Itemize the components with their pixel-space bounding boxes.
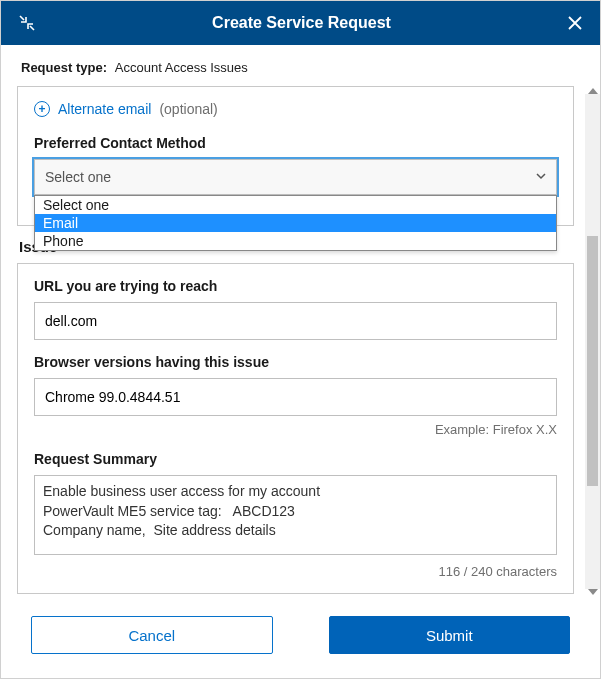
browser-label: Browser versions having this issue — [34, 354, 557, 370]
scrollbar-arrow-down-icon[interactable] — [585, 587, 600, 597]
dropdown-option-select-one[interactable]: Select one — [35, 196, 556, 214]
modal-title: Create Service Request — [39, 14, 564, 32]
scrollbar-thumb[interactable] — [587, 236, 598, 486]
preferred-contact-dropdown: Select one Email Phone — [34, 195, 557, 251]
summary-charcount: 116 / 240 characters — [34, 564, 557, 579]
modal-header: Create Service Request — [1, 1, 600, 45]
submit-button[interactable]: Submit — [329, 616, 571, 654]
contact-card: + Alternate email (optional) Preferred C… — [17, 86, 574, 226]
url-label: URL you are trying to reach — [34, 278, 557, 294]
dropdown-option-email[interactable]: Email — [35, 214, 556, 232]
modal-footer: Cancel Submit — [1, 597, 600, 678]
browser-hint: Example: Firefox X.X — [34, 422, 557, 437]
close-icon[interactable] — [564, 12, 586, 34]
preferred-contact-select[interactable]: Select one — [34, 159, 557, 195]
request-type-label: Request type: — [21, 60, 107, 75]
request-type-value: Account Access Issues — [115, 60, 248, 75]
plus-circle-icon[interactable]: + — [34, 101, 50, 117]
vertical-scrollbar[interactable] — [585, 86, 600, 597]
request-type-bar: Request type: Account Access Issues — [1, 45, 600, 86]
preferred-contact-label: Preferred Contact Method — [34, 135, 557, 151]
cancel-button[interactable]: Cancel — [31, 616, 273, 654]
alternate-email-link[interactable]: Alternate email — [58, 101, 151, 117]
dropdown-option-phone[interactable]: Phone — [35, 232, 556, 250]
summary-label: Request Summary — [34, 451, 557, 467]
alternate-email-optional: (optional) — [159, 101, 217, 117]
url-input[interactable] — [34, 302, 557, 340]
summary-textarea[interactable] — [34, 475, 557, 555]
create-service-request-modal: Create Service Request Request type: Acc… — [0, 0, 601, 679]
collapse-icon[interactable] — [15, 11, 39, 35]
issue-card: URL you are trying to reach Browser vers… — [17, 263, 574, 594]
browser-input[interactable] — [34, 378, 557, 416]
